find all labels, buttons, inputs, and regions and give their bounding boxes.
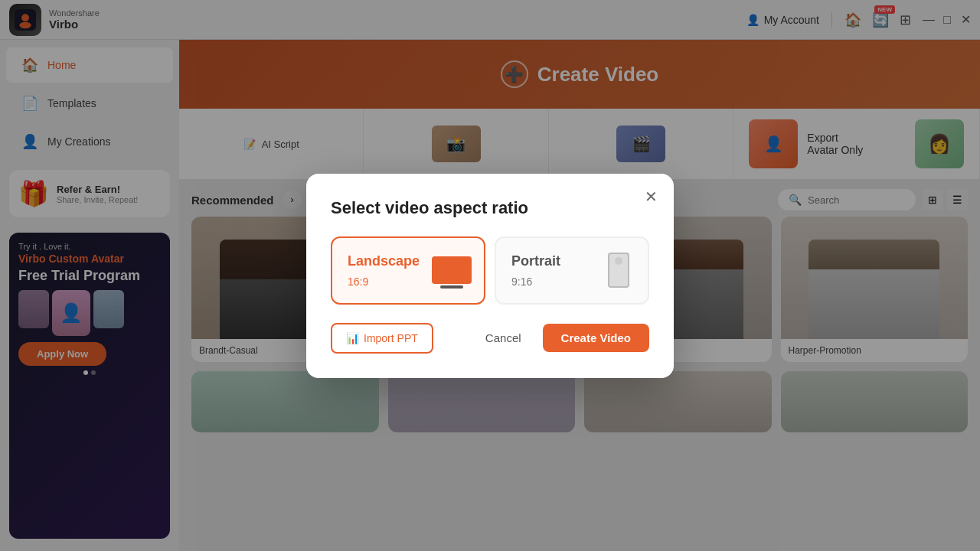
cancel-button[interactable]: Cancel: [473, 324, 534, 352]
landscape-label: Landscape: [348, 253, 420, 269]
import-ppt-icon: 📊: [346, 332, 359, 344]
modal-close-button[interactable]: ✕: [640, 186, 662, 207]
modal-overlay: ✕ Select video aspect ratio Landscape 16…: [0, 0, 980, 551]
portrait-ratio: 9:16: [511, 276, 532, 288]
portrait-label: Portrait: [511, 253, 560, 269]
modal-right-buttons: Cancel Create Video: [473, 324, 649, 352]
modal-actions: 📊 Import PPT Cancel Create Video: [331, 323, 649, 354]
landscape-ratio: 16:9: [348, 276, 368, 288]
portrait-option[interactable]: Portrait 9:16: [495, 236, 649, 305]
landscape-icon: [432, 256, 472, 284]
create-video-button[interactable]: Create Video: [543, 324, 649, 352]
aspect-ratio-modal: ✕ Select video aspect ratio Landscape 16…: [306, 174, 674, 378]
import-ppt-button[interactable]: 📊 Import PPT: [331, 323, 433, 354]
modal-title: Select video aspect ratio: [331, 198, 649, 218]
portrait-icon: [608, 253, 629, 288]
landscape-option[interactable]: Landscape 16:9: [331, 236, 485, 305]
aspect-options: Landscape 16:9 Portrait 9:16: [331, 236, 649, 305]
